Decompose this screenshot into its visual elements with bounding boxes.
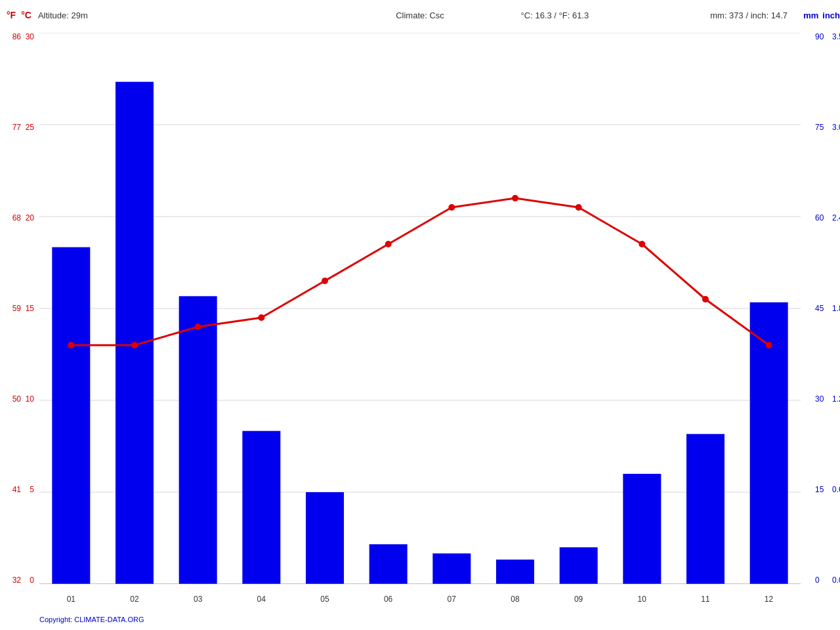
axis-tick: 59 <box>5 304 21 312</box>
temp-dot-12 <box>766 342 772 348</box>
bar-01 <box>52 247 90 584</box>
temp-dot-4 <box>258 314 264 321</box>
axis-tick: 41 <box>5 486 21 494</box>
y-axis-f: 86776859504132 <box>5 33 21 584</box>
bar-06 <box>369 544 408 584</box>
right-axis-labels: mm inch <box>803 10 840 20</box>
mm-unit-label: mm <box>803 10 818 20</box>
temp-line-segment <box>642 244 705 299</box>
x-label-01: 01 <box>67 595 75 604</box>
temp-dot-3 <box>195 324 201 330</box>
x-label-08: 08 <box>511 595 519 604</box>
axis-tick: 75 <box>815 123 831 131</box>
copyright-label: Copyright: CLIMATE-DATA.ORG <box>39 616 144 623</box>
axis-tick: 0 <box>815 576 831 584</box>
chart-container: °F °C Altitude: 29m Climate: Csc °C: 16.… <box>0 0 840 630</box>
bar-03 <box>179 296 217 584</box>
axis-tick: 32 <box>5 576 21 584</box>
temp-line-segment <box>579 207 642 244</box>
axis-tick: 10 <box>21 395 34 403</box>
temp-dot-11 <box>702 296 709 303</box>
x-label-03: 03 <box>194 595 202 604</box>
axis-tick: 0 <box>21 576 34 584</box>
bar-10 <box>623 474 661 584</box>
axis-tick: 86 <box>5 33 21 41</box>
y-axis-mm: 9075604530150 <box>815 33 831 584</box>
x-label-10: 10 <box>638 595 646 604</box>
axis-tick: 3.0 <box>832 123 840 131</box>
axis-tick: 0.6 <box>832 486 840 494</box>
axis-tick: 60 <box>815 214 831 222</box>
axis-tick: 30 <box>21 33 34 41</box>
bar-04 <box>242 431 280 584</box>
bar-08 <box>496 560 534 584</box>
bar-05 <box>306 492 344 584</box>
x-label-02: 02 <box>130 595 138 604</box>
temp-dot-9 <box>576 204 582 211</box>
temp-line-segment <box>452 198 515 207</box>
temp-dot-8 <box>512 195 518 201</box>
axis-tick: 5 <box>21 486 34 494</box>
axis-tick: 3.5 <box>832 33 840 41</box>
axis-tick: 68 <box>5 214 21 222</box>
temp-dot-5 <box>322 278 328 284</box>
climate-label: Climate: Csc <box>396 10 444 20</box>
axis-tick: 30 <box>815 395 831 403</box>
axis-tick: 15 <box>815 486 831 494</box>
bar-07 <box>432 553 471 584</box>
y-axis-inch: 3.53.02.41.81.20.60.0 <box>832 33 840 584</box>
temp-dot-1 <box>68 342 74 348</box>
chart-svg <box>39 33 801 584</box>
temp-line-segment <box>325 244 388 281</box>
celsius-label: °C <box>21 10 32 20</box>
axis-tick: 2.4 <box>832 214 840 222</box>
axis-tick: 1.8 <box>832 304 840 312</box>
temp-dot-2 <box>131 342 138 348</box>
axis-tick: 15 <box>21 304 34 312</box>
y-axis-c: 302520151050 <box>21 33 34 584</box>
temp-dot-6 <box>385 241 392 247</box>
bar-11 <box>686 434 724 584</box>
x-label-05: 05 <box>320 595 329 604</box>
inch-unit-label: inch <box>822 10 840 20</box>
fahrenheit-label: °F <box>7 10 16 20</box>
temp-line-segment <box>515 198 579 207</box>
x-label-12: 12 <box>765 595 773 604</box>
avg-temp-label: °C: 16.3 / °F: 61.3 <box>521 10 589 20</box>
axis-tick: 50 <box>5 395 21 403</box>
x-label-06: 06 <box>384 595 392 604</box>
x-label-04: 04 <box>257 595 266 604</box>
chart-header: °F °C Altitude: 29m Climate: Csc °C: 16.… <box>0 10 840 20</box>
x-label-09: 09 <box>574 595 583 604</box>
axis-tick: 45 <box>815 304 831 312</box>
bar-02 <box>116 82 154 584</box>
temp-line-segment <box>261 281 325 318</box>
x-label-07: 07 <box>448 595 456 604</box>
axis-tick: 20 <box>21 214 34 222</box>
temp-line-segment <box>388 207 452 244</box>
axis-tick: 1.2 <box>832 395 840 403</box>
x-label-11: 11 <box>701 595 709 604</box>
x-axis: 010203040506070809101112 <box>39 595 801 604</box>
avg-precip-label: mm: 373 / inch: 14.7 <box>710 10 788 20</box>
axis-tick: 77 <box>5 123 21 131</box>
temp-dot-10 <box>639 241 645 247</box>
axis-tick: 0.0 <box>832 576 840 584</box>
axis-tick: 90 <box>815 33 831 41</box>
bar-09 <box>560 547 598 584</box>
chart-area: 010203040506070809101112 867768595041323… <box>39 33 801 584</box>
temp-dot-7 <box>448 204 455 211</box>
axis-tick: 25 <box>21 123 34 131</box>
altitude-label: Altitude: 29m <box>38 10 88 20</box>
